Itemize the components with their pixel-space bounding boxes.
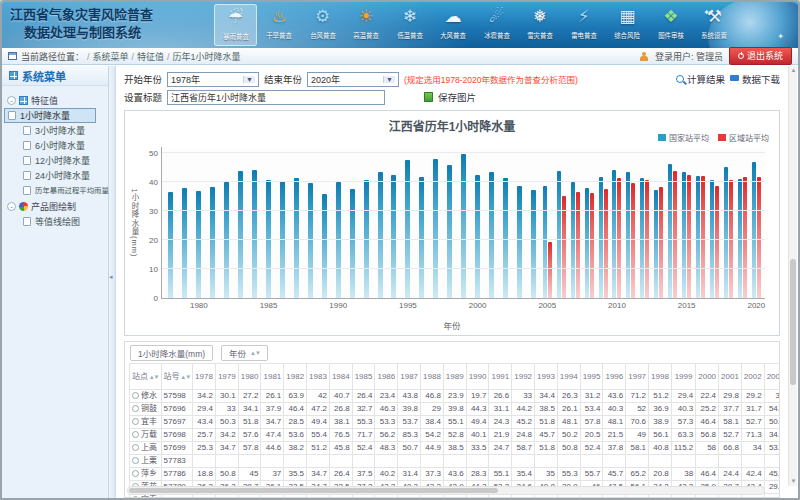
sidebar-item-0-0[interactable]: 1小时降水量 bbox=[4, 108, 96, 123]
column-header-year-1997[interactable]: 1997 bbox=[626, 364, 649, 390]
column-header-year-1999[interactable]: 1999 bbox=[671, 364, 695, 390]
bar-group-2008[interactable] bbox=[582, 147, 596, 298]
toolbar-item-typhoon[interactable]: ⚙台风普查 bbox=[301, 4, 344, 46]
bar-group-1987[interactable] bbox=[289, 147, 303, 298]
checkbox-icon[interactable] bbox=[23, 186, 31, 195]
toolbar-item-map-review[interactable]: ❖图件审核 bbox=[649, 4, 692, 46]
column-header-year-1978[interactable]: 1978 bbox=[193, 364, 216, 390]
breadcrumb-item[interactable]: 历年1小时降水量 bbox=[173, 52, 241, 62]
bar-group-2012[interactable] bbox=[638, 147, 652, 298]
checkbox-icon[interactable] bbox=[23, 141, 31, 150]
column-header-year-1982[interactable]: 1982 bbox=[284, 364, 307, 390]
bar-group-2011[interactable] bbox=[624, 147, 638, 298]
bar-group-1997[interactable] bbox=[429, 147, 443, 298]
column-header-year-2000[interactable]: 2000 bbox=[696, 364, 719, 390]
bar-group-1983[interactable] bbox=[234, 147, 248, 298]
radio-button[interactable] bbox=[132, 496, 139, 498]
radio-button[interactable] bbox=[132, 457, 139, 464]
toolbar-item-risk[interactable]: ▦综合风险 bbox=[606, 4, 649, 46]
column-header-year-1992[interactable]: 1992 bbox=[512, 364, 535, 390]
measure-filter-box[interactable]: 1小时降水量(mm) bbox=[130, 345, 213, 361]
column-header-year-1989[interactable]: 1989 bbox=[443, 364, 466, 390]
bar-group-2006[interactable] bbox=[554, 147, 568, 298]
tree-node-1[interactable]: -产品图绘制 bbox=[4, 198, 106, 214]
toolbar-item-high-temp[interactable]: ☀高温普查 bbox=[345, 4, 388, 46]
column-header-year-1987[interactable]: 1987 bbox=[398, 364, 421, 390]
sidebar-item-0-3[interactable]: 12小时降水量 bbox=[4, 153, 106, 168]
sidebar-item-0-4[interactable]: 24小时降水量 bbox=[4, 168, 106, 183]
column-header-year-1981[interactable]: 1981 bbox=[261, 364, 284, 390]
sort-arrows-icon[interactable]: ▲▼ bbox=[180, 374, 191, 380]
radio-button[interactable] bbox=[132, 431, 139, 438]
bar-group-1996[interactable] bbox=[415, 147, 429, 298]
logout-button[interactable]: 退出系统 bbox=[729, 47, 792, 65]
bar-group-2007[interactable] bbox=[568, 147, 582, 298]
sidebar-item-0-5[interactable]: 历年暴雨过程平均雨量 bbox=[4, 183, 106, 198]
download-button[interactable]: 数据下载 bbox=[730, 72, 780, 86]
bar-group-2017[interactable] bbox=[708, 147, 722, 298]
column-header-year-1993[interactable]: 1993 bbox=[535, 364, 558, 390]
column-header-year-1990[interactable]: 1990 bbox=[466, 364, 489, 390]
bar-group-1986[interactable] bbox=[276, 147, 290, 298]
column-header-year-2003[interactable]: 2003 bbox=[764, 364, 780, 390]
column-header-year-1983[interactable]: 1983 bbox=[307, 364, 330, 390]
bar-group-2004[interactable] bbox=[526, 147, 540, 298]
column-header-year-1998[interactable]: 1998 bbox=[649, 364, 672, 390]
bar-group-2002[interactable] bbox=[499, 147, 513, 298]
breadcrumb-item[interactable]: 系统菜单 bbox=[93, 52, 129, 62]
station-cell-57699[interactable]: 上高 bbox=[130, 442, 162, 455]
bar-group-1994[interactable] bbox=[387, 147, 401, 298]
horizontal-scrollbar[interactable] bbox=[127, 486, 765, 495]
toolbar-item-hail[interactable]: ☄冰雹普查 bbox=[475, 4, 518, 46]
bar-group-1992[interactable] bbox=[359, 147, 373, 298]
column-header-year-1986[interactable]: 1986 bbox=[375, 364, 398, 390]
bar-group-2005[interactable]: 2005 bbox=[540, 147, 554, 298]
column-header-year-2002[interactable]: 2002 bbox=[741, 364, 764, 390]
column-header-year-1984[interactable]: 1984 bbox=[329, 364, 352, 390]
bar-group-2016[interactable] bbox=[694, 147, 708, 298]
bar-group-1979[interactable] bbox=[178, 147, 192, 298]
column-header-year-2001[interactable]: 2001 bbox=[719, 364, 742, 390]
checkbox-icon[interactable] bbox=[23, 156, 31, 165]
vertical-scrollbar[interactable]: ▲ ▼ bbox=[788, 66, 797, 486]
bar-group-1980[interactable]: 1980 bbox=[192, 147, 206, 298]
station-cell-57783[interactable]: 上栗 bbox=[130, 455, 162, 468]
radio-button[interactable] bbox=[132, 470, 139, 477]
toolbar-item-settings[interactable]: ⚒系统设置 bbox=[693, 4, 736, 46]
bar-group-1993[interactable] bbox=[373, 147, 387, 298]
bar-group-2013[interactable] bbox=[652, 147, 666, 298]
sidebar-collapse-handle[interactable]: ◂ bbox=[109, 66, 116, 498]
station-cell-57598[interactable]: 修水 bbox=[130, 390, 162, 403]
bar-group-1990[interactable]: 1990 bbox=[331, 147, 345, 298]
scroll-down-arrow-icon[interactable]: ▼ bbox=[789, 477, 798, 486]
bar-group-1995[interactable]: 1995 bbox=[401, 147, 415, 298]
column-header-year-1994[interactable]: 1994 bbox=[557, 364, 580, 390]
bar-group-2000[interactable]: 2000 bbox=[471, 147, 485, 298]
checkbox-icon[interactable] bbox=[8, 111, 16, 120]
sort-arrows-icon[interactable]: ▲▼ bbox=[148, 374, 159, 380]
toolbar-item-rainstorm[interactable]: ☔暴雨普查 bbox=[214, 4, 257, 46]
bar-group-2020[interactable]: 2020 bbox=[749, 147, 763, 298]
column-header-year-1991[interactable]: 1991 bbox=[489, 364, 512, 390]
bar-group-1978[interactable] bbox=[164, 147, 178, 298]
column-header-year-1988[interactable]: 1988 bbox=[421, 364, 444, 390]
sidebar-item-1-0[interactable]: 等值线绘图 bbox=[4, 214, 106, 229]
bar-group-2003[interactable] bbox=[512, 147, 526, 298]
start-year-select[interactable]: 1978年 ▼ bbox=[167, 72, 259, 87]
station-cell-57696[interactable]: 铜鼓 bbox=[130, 403, 162, 416]
toolbar-item-snow[interactable]: ❅雪灾普查 bbox=[519, 4, 562, 46]
sidebar-item-0-2[interactable]: 6小时降水量 bbox=[4, 138, 106, 153]
horizontal-scrollbar-thumb[interactable] bbox=[129, 488, 498, 493]
toolbar-item-gale[interactable]: ☁大风普查 bbox=[432, 4, 475, 46]
column-header-id[interactable]: 站号 ▲▼ bbox=[161, 364, 193, 390]
toolbar-item-low-temp[interactable]: ❄低温普查 bbox=[388, 4, 431, 46]
end-year-select[interactable]: 2020年 ▼ bbox=[307, 72, 399, 87]
sidebar-item-0-1[interactable]: 3小时降水量 bbox=[4, 123, 106, 138]
toolbar-item-drought[interactable]: ♨干旱普查 bbox=[258, 4, 301, 46]
station-cell-57786[interactable]: 萍乡 bbox=[130, 468, 162, 481]
column-header-station[interactable]: 站点 ▲▼ bbox=[130, 364, 162, 390]
station-cell-57698[interactable]: 万载 bbox=[130, 429, 162, 442]
calculate-button[interactable]: 计算结果 bbox=[676, 72, 725, 86]
bar-group-2018[interactable] bbox=[722, 147, 736, 298]
scroll-up-arrow-icon[interactable]: ▲ bbox=[789, 66, 798, 75]
